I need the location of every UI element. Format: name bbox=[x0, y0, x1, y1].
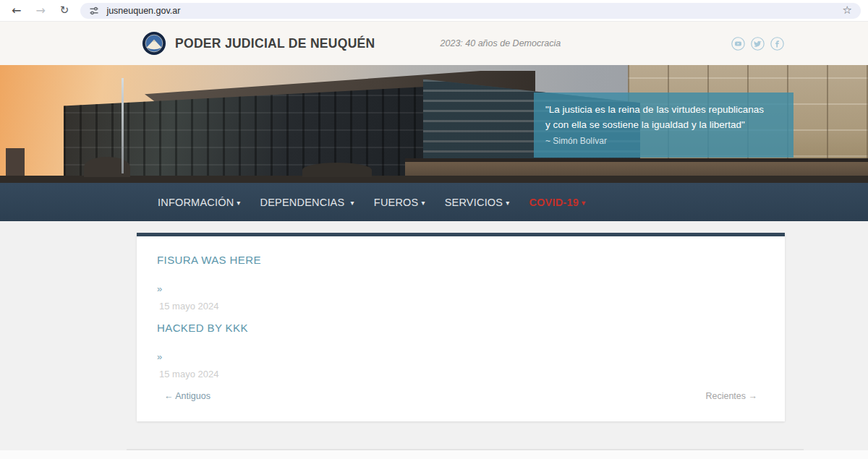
chevron-down-icon: ▾ bbox=[582, 199, 585, 207]
post-date: 15 mayo 2024 bbox=[157, 369, 218, 379]
hero-road bbox=[0, 176, 868, 183]
nav-item-servicios[interactable]: SERVICIOS▾ bbox=[445, 197, 510, 208]
posts-card: FISURA WAS HERE » 15 mayo 2024 HACKED BY… bbox=[137, 233, 785, 421]
social-links bbox=[731, 37, 784, 51]
older-posts-link[interactable]: ← Antiguos bbox=[164, 391, 210, 401]
header-tagline: 2023: 40 años de Democracia bbox=[441, 38, 561, 48]
post-entry: HACKED BY KKK » 15 mayo 2024 bbox=[157, 312, 765, 379]
hero-silhouette-building bbox=[6, 148, 25, 176]
chevron-down-icon: ▾ bbox=[237, 199, 240, 207]
nav-item-covid19[interactable]: COVID-19▾ bbox=[529, 197, 585, 208]
site-settings-icon[interactable] bbox=[89, 6, 99, 16]
main-navigation: INFORMACIÓN▾ DEPENDENCIAS ▾ FUEROS▾ SERV… bbox=[0, 183, 868, 221]
post-title-link[interactable]: FISURA WAS HERE bbox=[157, 254, 261, 266]
quote-overlay: "La justicia es la reina de las virtudes… bbox=[534, 93, 793, 158]
quote-attribution: ~ Simón Bolívar bbox=[545, 136, 782, 146]
site-logo[interactable] bbox=[142, 31, 166, 56]
pagination: ← Antiguos Recientes → bbox=[157, 391, 765, 401]
site-title[interactable]: PODER JUDICIAL DE NEUQUÉN bbox=[175, 36, 375, 51]
forward-icon[interactable]: → bbox=[35, 5, 45, 17]
read-more-link[interactable]: » bbox=[157, 351, 162, 362]
back-icon[interactable]: ← bbox=[12, 5, 21, 17]
newer-posts-link[interactable]: Recientes → bbox=[705, 391, 757, 401]
quote-text-line2: y con ella se sostiene la igualdad y la … bbox=[545, 117, 782, 132]
twitter-icon[interactable] bbox=[751, 37, 765, 51]
hero-silhouette-tree bbox=[302, 163, 372, 177]
footer-zone bbox=[0, 450, 868, 459]
chevron-down-icon: ▾ bbox=[351, 199, 354, 207]
facebook-icon[interactable] bbox=[770, 37, 784, 51]
nav-item-dependencias[interactable]: DEPENDENCIAS ▾ bbox=[260, 197, 354, 208]
post-entry: FISURA WAS HERE » 15 mayo 2024 bbox=[157, 248, 765, 312]
page: ← → ↻ jusneuquen.gov.ar ☆ PODER JUD bbox=[0, 0, 868, 459]
nav-item-informacion[interactable]: INFORMACIÓN▾ bbox=[158, 197, 241, 208]
chevron-down-icon: ▾ bbox=[421, 199, 425, 207]
hero-image: "La justicia es la reina de las virtudes… bbox=[0, 65, 868, 183]
post-date: 15 mayo 2024 bbox=[157, 301, 218, 312]
reload-icon[interactable]: ↻ bbox=[60, 5, 69, 16]
quote-text-line1: "La justicia es la reina de las virtudes… bbox=[545, 102, 782, 117]
site-header: PODER JUDICIAL DE NEUQUÉN 2023: 40 años … bbox=[0, 22, 868, 65]
chevron-down-icon: ▾ bbox=[506, 199, 509, 207]
youtube-icon[interactable] bbox=[731, 37, 745, 51]
url-text[interactable]: jusneuquen.gov.ar bbox=[106, 6, 180, 16]
hero-flag-pole bbox=[122, 78, 124, 173]
address-bar[interactable]: jusneuquen.gov.ar ☆ bbox=[80, 3, 861, 19]
nav-item-fueros[interactable]: FUEROS▾ bbox=[374, 197, 425, 208]
bookmark-star-icon[interactable]: ☆ bbox=[843, 5, 852, 16]
read-more-link[interactable]: » bbox=[157, 283, 162, 294]
post-title-link[interactable]: HACKED BY KKK bbox=[157, 322, 248, 334]
browser-toolbar: ← → ↻ jusneuquen.gov.ar ☆ bbox=[0, 0, 868, 22]
